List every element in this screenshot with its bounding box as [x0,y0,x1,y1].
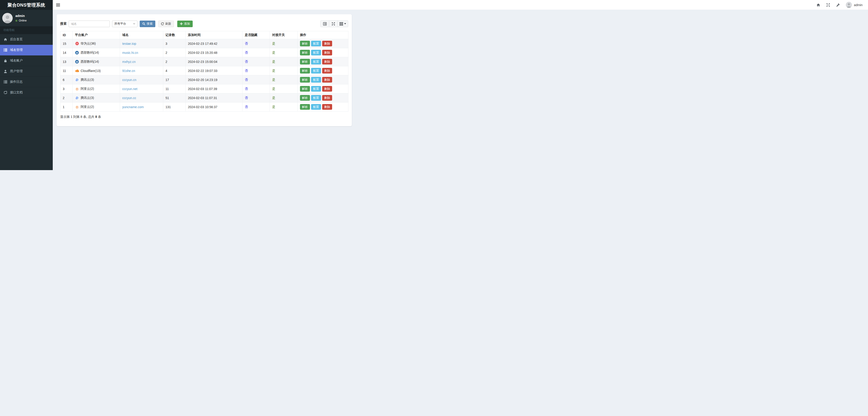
col-switch: 对接开关 [270,31,298,39]
th-list-icon [3,48,7,51]
domain-link[interactable]: 91she.cn [122,69,135,73]
config-button[interactable]: 配置 [311,68,321,73]
cell-records: 51 [163,94,186,102]
sidebar-item-dashboard[interactable]: 后台首页 [0,34,53,45]
sidebar-item-domains[interactable]: 域名管理 [0,45,53,56]
config-button[interactable]: 配置 [311,77,321,82]
switch-toggle-link[interactable]: 是 [272,42,275,45]
resolve-button[interactable]: 解析 [300,104,310,110]
view-button-group [320,20,348,27]
cell-records: 131 [163,102,186,111]
plus-icon [180,23,183,25]
user-avatar [2,13,13,23]
table-row: 1 (-)阿里云(2) yuncname.com 131 2024-02-03 … [60,102,348,111]
platform-label: 阿里云(2) [81,105,94,109]
delete-button[interactable]: 删除 [322,104,332,110]
resolve-button[interactable]: 解析 [300,77,310,82]
hidden-toggle-link[interactable]: 否 [245,60,248,63]
resolve-button[interactable]: 解析 [300,95,310,101]
svg-text:W: W [76,61,78,63]
app-title[interactable]: 聚合DNS管理系统 [0,0,53,10]
col-platform: 平台账户 [73,31,120,39]
cell-id: 13 [60,57,73,66]
delete-button[interactable]: 删除 [322,41,332,46]
refresh-button[interactable]: 刷新 [158,21,174,27]
cell-id: 14 [60,48,73,57]
sidebar-item-api-docs[interactable]: 接口文档 [0,87,53,98]
hidden-toggle-link[interactable]: 否 [245,96,248,100]
list-icon [3,80,7,83]
sidebar-nav: 后台首页 域名管理 域名账户 用户管理 操作日志 [0,34,53,98]
sidebar-item-users[interactable]: 用户管理 [0,66,53,77]
delete-button[interactable]: 删除 [322,68,332,73]
switch-toggle-link[interactable]: 是 [272,105,275,109]
config-button[interactable]: 配置 [311,50,321,56]
domain-link[interactable]: cccyun.net [122,87,137,91]
domain-link[interactable]: yuncname.com [122,105,144,109]
hidden-toggle-link[interactable]: 否 [245,42,248,45]
arrows-alt-icon [332,22,335,26]
list-alt-icon [323,22,327,26]
fullscreen-view-button[interactable] [329,20,338,27]
config-button[interactable]: 配置 [311,95,321,101]
aliyun-icon: (-) [75,105,79,109]
search-input[interactable] [69,21,110,27]
table-row: 13 W西部数码(14) mxhyz.cn 2 2024-02-23 15:00… [60,57,348,66]
platform-select[interactable]: 所有平台 [112,21,137,27]
delete-button[interactable]: 删除 [322,86,332,92]
switch-toggle-link[interactable]: 是 [272,78,275,81]
resolve-button[interactable]: 解析 [300,50,310,56]
resolve-button[interactable]: 解析 [300,68,310,73]
switch-toggle-link[interactable]: 是 [272,96,275,100]
refresh-icon [161,23,164,25]
card-view-button[interactable] [320,20,329,27]
switch-toggle-link[interactable]: 是 [272,87,275,91]
delete-button[interactable]: 删除 [322,50,332,56]
switch-toggle-link[interactable]: 是 [272,51,275,54]
delete-button[interactable]: 删除 [322,59,332,65]
resolve-button[interactable]: 解析 [300,86,310,92]
huawei-icon [75,42,79,45]
cell-id: 6 [60,75,73,84]
domain-link[interactable]: cccyun.cc [122,96,136,100]
table-row: 2 D腾讯云(3) cccyun.cc 51 2024-02-03 11:07:… [60,94,348,102]
platform-label: 华为云(36) [81,42,96,46]
domain-link[interactable]: testae.top [122,42,136,45]
platform-label: 腾讯云(3) [81,96,94,100]
domain-link[interactable]: cccyun.cn [122,78,136,82]
col-records: 记录数 [163,31,186,39]
resolve-button[interactable]: 解析 [300,59,310,65]
hidden-toggle-link[interactable]: 否 [245,69,248,72]
hidden-toggle-link[interactable]: 否 [245,105,248,109]
search-button[interactable]: 搜索 [140,21,155,27]
col-added: 添加时间 [186,31,243,39]
table-header-row: ID 平台账户 域名 记录数 添加时间 是否隐藏 对接开关 操作 [60,31,348,39]
config-button[interactable]: 配置 [311,104,321,110]
delete-button[interactable]: 删除 [322,95,332,101]
config-button[interactable]: 配置 [311,59,321,65]
hamburger-icon[interactable] [56,3,60,6]
resolve-button[interactable]: 解析 [300,41,310,46]
cell-added: 2024-02-20 14:23:19 [186,75,243,84]
sidebar-item-logs[interactable]: 操作日志 [0,77,53,87]
col-id: ID [60,31,73,39]
add-button[interactable]: 添加 [177,21,193,27]
platform-label: Cloudflare(13) [81,69,101,73]
th-grid-icon [340,22,343,26]
hidden-toggle-link[interactable]: 否 [245,87,248,91]
columns-dropdown-button[interactable] [338,20,348,27]
svg-text:W: W [76,51,78,54]
search-label: 搜索 [60,22,67,26]
switch-toggle-link[interactable]: 是 [272,60,275,63]
config-button[interactable]: 配置 [311,86,321,92]
sidebar-item-domain-accounts[interactable]: 域名账户 [0,56,53,66]
domain-link[interactable]: mxhyz.cn [122,60,135,64]
config-button[interactable]: 配置 [311,41,321,46]
hidden-toggle-link[interactable]: 否 [245,78,248,81]
delete-button[interactable]: 删除 [322,77,332,82]
domain-link[interactable]: music.hi.cn [122,51,138,55]
switch-toggle-link[interactable]: 是 [272,69,275,72]
nav-section-header: 功能导航 [0,26,53,34]
cloudflare-icon [75,69,79,72]
hidden-toggle-link[interactable]: 否 [245,51,248,54]
